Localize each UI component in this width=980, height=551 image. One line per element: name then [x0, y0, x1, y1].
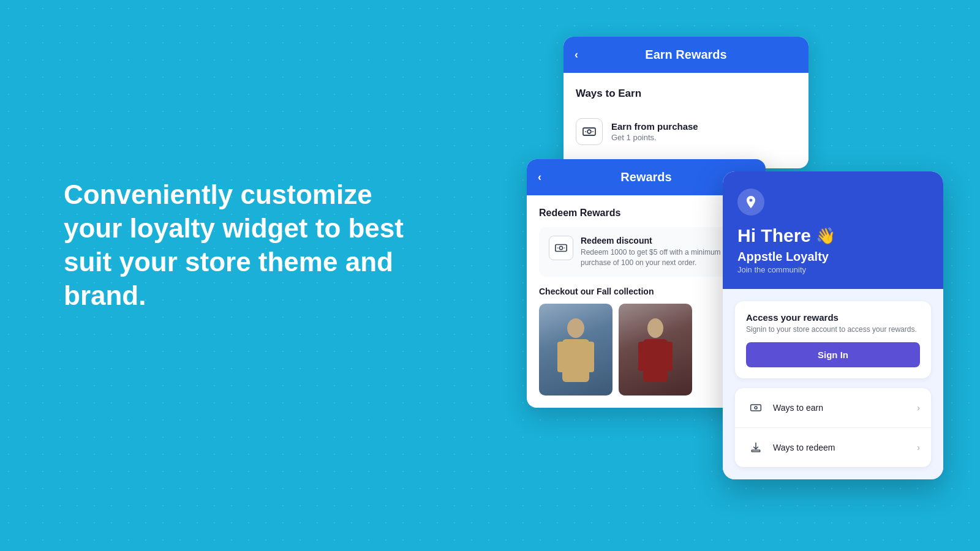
svg-point-8: [647, 318, 663, 338]
loyalty-body: Access your rewards Signin to your store…: [723, 289, 943, 479]
ways-to-redeem-chevron: ›: [917, 443, 920, 452]
sign-in-button[interactable]: Sign In: [746, 342, 920, 367]
collection-title: Checkout our Fall collection: [539, 287, 753, 296]
product-image-1: [539, 304, 612, 395]
headline: Conveniently customize your loyalty widg…: [64, 178, 407, 312]
greeting-text: Hi There: [737, 225, 811, 246]
earn-item-title: Earn from purchase: [611, 121, 698, 132]
svg-point-3: [559, 246, 563, 250]
earn-section-title: Ways to Earn: [576, 88, 796, 100]
loyalty-brand-name: Appstle Loyalty: [737, 250, 929, 264]
svg-rect-7: [584, 342, 594, 372]
wave-emoji: 👋: [816, 227, 835, 246]
redeem-item-text: Redeem discount Redeem 1000 to get $5 of…: [581, 236, 744, 268]
earn-item-text: Earn from purchase Get 1 points.: [611, 121, 698, 142]
svg-point-1: [587, 130, 591, 133]
redeem-item-title: Redeem discount: [581, 236, 744, 246]
redeem-item-subtitle: Redeem 1000 to get $5 off with a minimum…: [581, 247, 744, 268]
redeem-item-icon: [549, 236, 573, 260]
access-title: Access your rewards: [746, 312, 920, 323]
earn-card-title: Earn Rewards: [645, 48, 726, 62]
earn-back-arrow[interactable]: ‹: [575, 48, 578, 61]
ways-to-earn-chevron: ›: [917, 403, 920, 413]
product-image-2: [619, 304, 692, 395]
svg-point-4: [567, 318, 584, 338]
ways-to-earn-label: Ways to earn: [773, 403, 823, 413]
ways-to-redeem-icon: [746, 438, 766, 457]
earn-rewards-card: ‹ Earn Rewards Ways to Earn Earn from pu…: [564, 37, 809, 168]
svg-rect-12: [751, 405, 761, 411]
left-content-section: Conveniently customize your loyalty widg…: [64, 178, 407, 312]
earn-card-body: Ways to Earn Earn from purchase Get 1 po…: [564, 73, 809, 168]
earn-card-header: ‹ Earn Rewards: [564, 37, 809, 73]
svg-rect-0: [583, 128, 595, 135]
access-description: Signin to your store account to access y…: [746, 325, 920, 334]
earn-item: Earn from purchase Get 1 points.: [576, 110, 796, 154]
product-grid: [539, 304, 753, 395]
redeem-card-title: Rewards: [620, 170, 671, 184]
earn-item-icon: [576, 118, 603, 145]
earn-item-subtitle: Get 1 points.: [611, 133, 698, 142]
svg-rect-10: [638, 342, 647, 371]
ways-to-earn-link-left: Ways to earn: [746, 398, 823, 418]
loyalty-widget-card: Hi There 👋 Appstle Loyalty Join the comm…: [723, 171, 943, 479]
ways-to-earn-link[interactable]: Ways to earn ›: [735, 388, 931, 428]
widgets-area: ‹ Earn Rewards Ways to Earn Earn from pu…: [527, 37, 943, 514]
ways-to-redeem-link-left: Ways to redeem: [746, 438, 835, 457]
loyalty-links: Ways to earn › Ways to redeem: [735, 388, 931, 467]
redeem-item: Redeem discount Redeem 1000 to get $5 of…: [539, 227, 753, 277]
access-rewards-card: Access your rewards Signin to your store…: [735, 301, 931, 378]
svg-rect-2: [556, 245, 567, 252]
redeem-section-title: Redeem Rewards: [539, 208, 753, 219]
ways-to-redeem-link[interactable]: Ways to redeem ›: [735, 428, 931, 467]
ways-to-earn-icon: [746, 398, 766, 418]
loyalty-tagline: Join the community: [737, 265, 929, 274]
svg-rect-6: [557, 342, 567, 372]
loyalty-header: Hi There 👋 Appstle Loyalty Join the comm…: [723, 171, 943, 289]
loyalty-logo: [737, 189, 764, 216]
svg-point-13: [755, 407, 757, 409]
redeem-back-arrow[interactable]: ‹: [538, 171, 541, 184]
ways-to-redeem-label: Ways to redeem: [773, 443, 835, 452]
svg-rect-11: [664, 342, 673, 371]
loyalty-greeting: Hi There 👋: [737, 225, 929, 246]
